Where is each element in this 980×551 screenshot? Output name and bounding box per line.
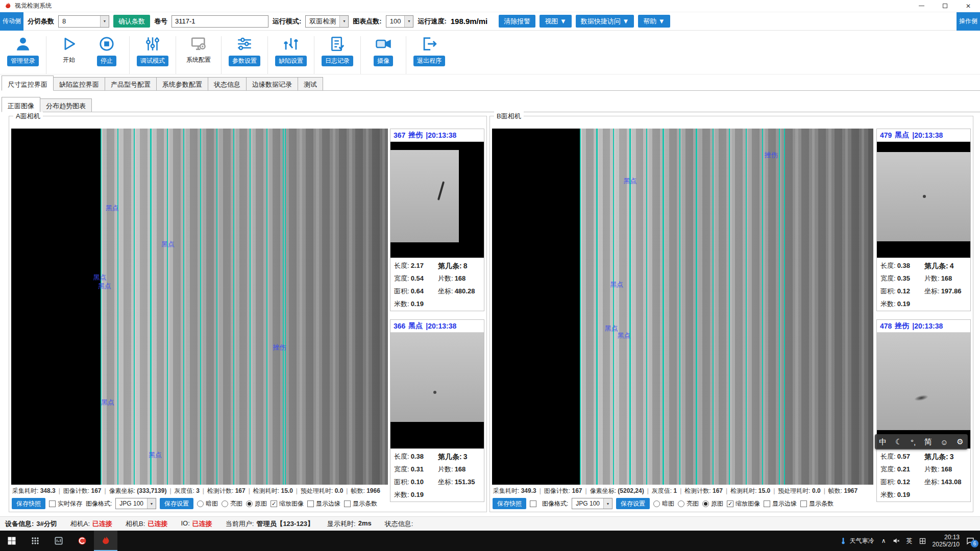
defect-card[interactable]: 366 黑点 |20:13:38 长度:0.38 第几条:3 宽度:0.31 片… xyxy=(390,319,484,502)
stat-area: 面积:0.12 xyxy=(880,478,924,487)
save-settings-button[interactable]: 保存设置 xyxy=(616,498,650,509)
weather-widget[interactable]: 天气寒冷 xyxy=(839,537,874,545)
drive-side-button[interactable]: 传动侧 xyxy=(0,12,23,31)
vision-app-icon xyxy=(101,536,111,546)
tab-test[interactable]: 测试 xyxy=(298,77,323,90)
tab-status-info[interactable]: 状态信息 xyxy=(208,77,247,90)
stop-button[interactable]: 停止 xyxy=(91,35,122,66)
tab-edge-data-record[interactable]: 边缘数据记录 xyxy=(246,77,298,90)
defect-settings-button[interactable]: 缺陷设置 xyxy=(275,35,307,66)
tab-system-params-config[interactable]: 系统参数配置 xyxy=(156,77,208,90)
window-title: 视觉检测系统 xyxy=(15,2,52,10)
volume-muted-icon[interactable] xyxy=(892,537,900,545)
taskbar-clock[interactable]: 20:13 2025/2/10 xyxy=(933,534,960,548)
ime-settings-icon[interactable]: ⚙ xyxy=(957,437,963,446)
admin-login-button[interactable]: 管理登录 xyxy=(7,35,39,66)
tray-expand-icon[interactable]: ∧ xyxy=(881,537,886,544)
debug-mode-button[interactable]: 调试模式 xyxy=(137,35,168,66)
checkbox-icon xyxy=(271,500,277,507)
dark-image-radio[interactable]: 暗图 xyxy=(197,499,218,508)
checkbox-label: 显示条数 xyxy=(809,499,834,508)
camera-a-status: 已连接 xyxy=(92,519,112,529)
current-user-value: 管理员【123-123】 xyxy=(256,519,314,529)
ime-punctuation-icon[interactable]: °, xyxy=(911,438,916,446)
show-edge-checkbox[interactable]: 显示边缘 xyxy=(307,499,340,508)
app-icon xyxy=(54,536,64,546)
exit-program-button[interactable]: 退出程序 xyxy=(413,35,445,66)
tab-size-monitor[interactable]: 尺寸监控界面 xyxy=(2,76,54,91)
defect-type: 黑点 xyxy=(408,321,423,331)
show-strips-checkbox[interactable]: 显示条数 xyxy=(344,499,377,508)
minimize-button[interactable] xyxy=(910,0,933,12)
stop-icon xyxy=(98,35,115,53)
defect-card[interactable]: 478 挫伤 |20:13:38 长度:0.57 第几条:3 宽度:0.21 片… xyxy=(876,319,971,502)
ime-keyboard-icon[interactable] xyxy=(919,537,926,545)
data-quick-access-menu-button[interactable]: 数据快捷访问 ▼ xyxy=(576,15,634,28)
tab-product-model-config[interactable]: 产品型号配置 xyxy=(105,77,157,90)
show-edge-checkbox[interactable]: 显示边缘 xyxy=(764,499,797,508)
image-format-select[interactable]: JPG 100 xyxy=(115,498,156,509)
run-speed-value: 198.9m/mi xyxy=(451,17,488,26)
bright-image-radio[interactable]: 亮图 xyxy=(678,499,699,508)
checkbox-label: 显示边缘 xyxy=(772,499,797,508)
defect-card-header: 367 挫伤 |20:13:38 xyxy=(390,129,484,141)
pinned-browser-button[interactable] xyxy=(70,531,94,551)
checkbox-icon xyxy=(49,500,56,507)
operate-side-button[interactable]: 操作侧 xyxy=(957,12,980,31)
save-settings-button[interactable]: 保存设置 xyxy=(160,498,193,509)
defect-card[interactable]: 479 黑点 |20:13:38 长度:0.38 第几条:4 宽度:0.35 片… xyxy=(876,129,971,311)
ime-simplified-icon[interactable]: 简 xyxy=(924,437,932,447)
bright-image-radio[interactable]: 亮图 xyxy=(222,499,242,508)
separator: | xyxy=(59,487,60,494)
original-image-radio[interactable]: 原图 xyxy=(246,499,267,508)
start-button[interactable] xyxy=(0,531,23,551)
original-image-radio[interactable]: 原图 xyxy=(702,499,723,508)
slice-count-select[interactable]: 8 xyxy=(58,15,109,28)
params-settings-button[interactable]: 参数设置 xyxy=(229,35,260,66)
ime-emoji-icon[interactable]: ☺ xyxy=(940,438,948,446)
close-button[interactable] xyxy=(957,0,980,12)
dark-image-radio[interactable]: 暗图 xyxy=(653,499,674,508)
ime-fullwidth-icon[interactable]: ☾ xyxy=(895,437,902,446)
log-record-button[interactable]: 日志记录 xyxy=(322,35,353,66)
subtab-front-image[interactable]: 正面图像 xyxy=(2,97,40,112)
subtab-trend-chart[interactable]: 分布趋势图表 xyxy=(40,98,92,112)
capture-button[interactable]: 摄像 xyxy=(368,35,399,66)
zoom-image-checkbox[interactable]: 缩放图像 xyxy=(271,499,304,508)
task-view-button[interactable] xyxy=(23,531,47,551)
debug-mode-icon xyxy=(144,35,161,53)
defect-card[interactable]: 367 挫伤 |20:13:38 长度:2.17 第几条:8 宽度:0.54 片… xyxy=(390,129,484,311)
notification-center-button[interactable]: 6 xyxy=(966,536,975,545)
ime-language-indicator[interactable]: 英 xyxy=(906,537,913,545)
stat-piece: 片数:168 xyxy=(438,465,480,474)
action-label: 参数设置 xyxy=(229,56,260,66)
view-menu-button[interactable]: 视图 ▼ xyxy=(540,15,571,28)
tab-defect-monitor[interactable]: 缺陷监控界面 xyxy=(53,77,105,90)
realtime-save-checkbox[interactable]: 实时保存 xyxy=(49,499,82,508)
help-menu-button[interactable]: 帮助 ▼ xyxy=(638,15,670,28)
defect-thumbnail xyxy=(390,332,484,449)
stat-meter: 米数:0.19 xyxy=(394,299,438,309)
realtime-save-checkbox[interactable] xyxy=(530,500,538,507)
image-format-select[interactable]: JPG 100 xyxy=(572,498,612,509)
run-mode-select[interactable]: 双面检测 xyxy=(305,15,349,28)
checkbox-icon xyxy=(727,500,733,507)
system-config-button[interactable]: 系统配置 xyxy=(183,35,214,64)
pinned-app-button[interactable] xyxy=(47,531,70,551)
vision-app-button[interactable] xyxy=(94,531,117,551)
save-snapshot-button[interactable]: 保存快照 xyxy=(12,498,45,509)
action-label: 摄像 xyxy=(374,56,393,66)
clear-alarm-button[interactable]: 清除报警 xyxy=(499,15,535,28)
dropdown-arrow-icon xyxy=(147,498,156,509)
start-button[interactable]: 开始 xyxy=(54,35,84,64)
roll-number-input[interactable] xyxy=(172,15,268,28)
confirm-strip-count-button[interactable]: 确认条数 xyxy=(113,15,150,28)
ime-mode-indicator[interactable]: 中 xyxy=(879,437,887,447)
save-snapshot-button[interactable]: 保存快照 xyxy=(493,498,526,509)
zoom-image-checkbox[interactable]: 缩放图像 xyxy=(727,499,760,508)
run-mode-label: 运行模式: xyxy=(273,17,301,26)
maximize-button[interactable] xyxy=(933,0,957,12)
chart-points-select[interactable]: 100 xyxy=(386,15,414,28)
show-strips-checkbox[interactable]: 显示条数 xyxy=(800,499,834,508)
stat-width: 宽度:0.54 xyxy=(394,274,438,283)
